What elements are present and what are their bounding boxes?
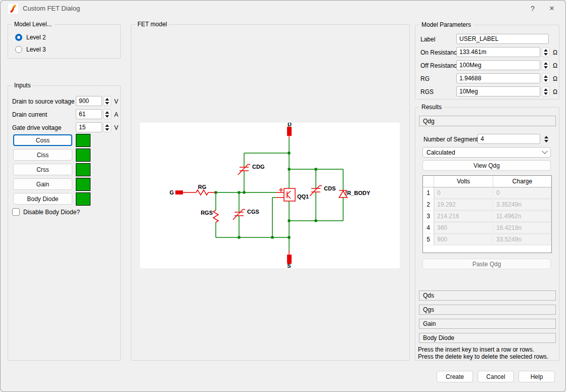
rg-label: RG — [198, 184, 207, 190]
gain-section-header[interactable]: Gain — [419, 319, 556, 329]
crss-button[interactable]: Crss — [13, 164, 72, 175]
drain-current-input[interactable] — [76, 109, 102, 119]
on-resistance-stepper[interactable] — [542, 47, 550, 57]
down-arrow-icon[interactable] — [544, 140, 548, 142]
components — [183, 136, 347, 255]
rg-input[interactable] — [456, 73, 540, 83]
table-row: 1 0 0 — [423, 187, 551, 199]
body-diode-section-header[interactable]: Body Diode — [419, 333, 556, 343]
create-button[interactable]: Create — [437, 371, 473, 382]
view-qdg-button[interactable]: View Qdg — [422, 160, 551, 171]
schematic-canvas: D S G RG RGS CDG CGS CDS QQ1 !R_BODY — [140, 123, 400, 268]
gate-pad — [175, 190, 183, 194]
down-arrow-icon[interactable] — [544, 66, 548, 69]
up-arrow-icon[interactable] — [544, 49, 548, 52]
up-arrow-icon[interactable] — [105, 124, 109, 127]
radio-level-3-label: Level 3 — [26, 46, 46, 53]
source-select[interactable]: Calculated — [422, 147, 551, 158]
qds-section-header[interactable]: Qds — [419, 290, 556, 301]
charge-cell[interactable]: 11.4962n — [493, 211, 551, 222]
chevron-down-icon — [542, 148, 547, 154]
gate-drive-voltage-stepper[interactable] — [103, 122, 111, 132]
model-parameters-title: Model Parameters — [419, 21, 473, 28]
rgs-label: RGS — [201, 210, 213, 216]
number-of-segments-stepper[interactable] — [542, 134, 550, 144]
volts-cell[interactable]: 360 — [434, 222, 493, 233]
inputs-title: Inputs — [12, 82, 33, 89]
gate-drive-voltage-input[interactable] — [76, 122, 102, 132]
help-button[interactable]: Help — [518, 371, 555, 382]
label-input[interactable] — [456, 34, 549, 44]
drain-current-stepper[interactable] — [103, 109, 111, 119]
up-arrow-icon[interactable] — [544, 136, 548, 138]
disable-body-diode-checkbox[interactable] — [12, 208, 20, 216]
row-number: 5 — [423, 234, 434, 245]
model-level-title: Model Level... — [12, 21, 54, 28]
disable-body-diode-label: Disable Body Diode? — [23, 209, 80, 216]
row-number: 1 — [423, 187, 434, 199]
qdg-table: Volts Charge 1 0 0 2 19.292 3.35249n 3 2… — [422, 175, 552, 253]
cds-label: CDS — [324, 185, 336, 191]
close-icon[interactable]: ✕ — [544, 1, 559, 17]
drain-source-voltage-stepper[interactable] — [103, 96, 111, 106]
off-resistance-stepper[interactable] — [542, 60, 550, 70]
radio-level-2[interactable] — [15, 34, 22, 41]
model-parameters-group: Model Parameters Label On Resistance Ω O… — [415, 25, 559, 100]
ciss-button[interactable]: Ciss — [13, 149, 72, 161]
gate-drive-voltage-unit: V — [114, 124, 118, 131]
down-arrow-icon[interactable] — [105, 128, 109, 131]
down-arrow-icon[interactable] — [544, 53, 548, 56]
on-resistance-label: On Resistance — [420, 49, 460, 56]
port-pads — [175, 127, 292, 264]
drain-source-voltage-input[interactable] — [76, 96, 102, 106]
qgs-section-header[interactable]: Qgs — [419, 305, 556, 315]
table-row: 4 360 16.4218n — [423, 222, 551, 234]
source-select-value: Calculated — [427, 149, 455, 156]
gate-drive-voltage-label: Gate drive voltage — [12, 124, 61, 131]
volts-cell[interactable]: 214.216 — [434, 211, 493, 222]
window-title: Custom FET Dialog — [23, 1, 80, 17]
charge-cell[interactable]: 33.5249n — [493, 234, 551, 245]
rg-stepper[interactable] — [542, 73, 550, 83]
volts-cell[interactable]: 19.292 — [434, 199, 493, 210]
gain-button[interactable]: Gain — [13, 178, 72, 190]
charge-cell[interactable]: 3.35249n — [493, 199, 551, 210]
rgs-stepper[interactable] — [542, 86, 550, 96]
charge-cell[interactable]: 0 — [493, 187, 551, 199]
cgs-label: CGS — [247, 209, 259, 215]
rgs-input[interactable] — [456, 86, 540, 96]
drain-current-unit: A — [114, 111, 118, 118]
down-arrow-icon[interactable] — [105, 115, 109, 118]
up-arrow-icon[interactable] — [544, 88, 548, 91]
volts-cell[interactable]: 0 — [434, 187, 493, 199]
source-label: S — [287, 263, 291, 268]
down-arrow-icon[interactable] — [544, 79, 548, 82]
titlebar-help-button[interactable]: ? — [525, 1, 540, 17]
down-arrow-icon[interactable] — [544, 92, 548, 95]
off-resistance-input[interactable] — [456, 60, 540, 70]
body-diode-button[interactable]: Body Diode — [13, 193, 72, 205]
down-arrow-icon[interactable] — [105, 102, 109, 105]
plus-icon — [279, 188, 283, 192]
drain-source-voltage-unit: V — [114, 98, 118, 105]
qdg-section-header[interactable]: Qdg — [419, 116, 556, 126]
volts-column-header: Volts — [434, 176, 493, 187]
up-arrow-icon[interactable] — [544, 75, 548, 78]
cancel-button[interactable]: Cancel — [478, 371, 514, 382]
up-arrow-icon[interactable] — [544, 62, 548, 65]
paste-qdg-button[interactable]: Paste Qdg — [422, 259, 551, 269]
radio-level-3[interactable] — [15, 46, 22, 53]
volts-cell[interactable]: 900 — [434, 234, 493, 245]
up-arrow-icon[interactable] — [105, 98, 109, 101]
wires — [216, 138, 343, 251]
body-diode-status-indicator — [76, 192, 90, 206]
up-arrow-icon[interactable] — [105, 111, 109, 114]
gain-status-indicator — [76, 178, 90, 191]
number-of-segments-input[interactable] — [478, 134, 540, 144]
fet-schematic: D S G RG RGS CDG CGS CDS QQ1 !R_BODY — [140, 123, 400, 268]
drain-source-voltage-label: Drain to source voltage — [12, 98, 74, 105]
label-field-label: Label — [420, 36, 435, 43]
on-resistance-input[interactable] — [456, 47, 540, 57]
coss-button[interactable]: Coss — [13, 134, 72, 146]
charge-cell[interactable]: 16.4218n — [493, 222, 551, 233]
